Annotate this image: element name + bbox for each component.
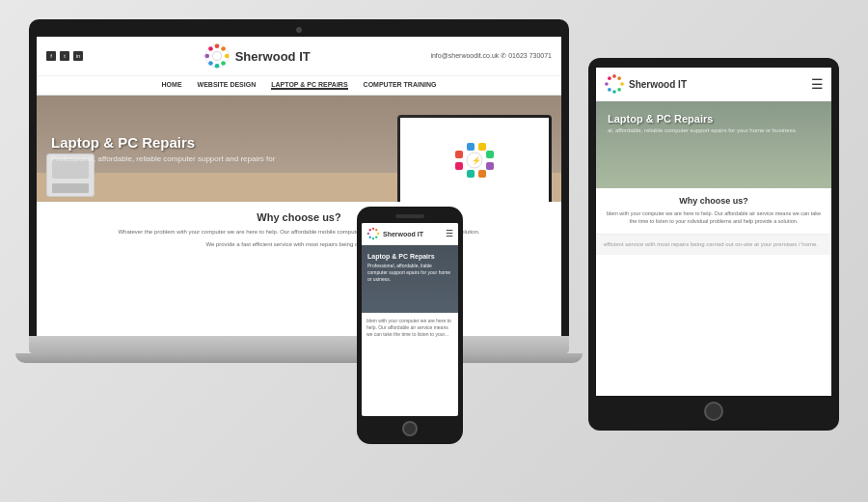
laptop-contact: info@sherwoodit.co.uk ✆ 01623 730071 [430, 52, 552, 60]
svg-point-33 [372, 237, 374, 239]
laptop-bottom [15, 353, 583, 363]
svg-point-28 [608, 76, 611, 80]
svg-rect-16 [478, 170, 486, 178]
phone-hamburger-icon[interactable]: ☰ [446, 229, 453, 238]
hero-laptop-screen: ⚡ [400, 118, 549, 202]
svg-rect-14 [486, 151, 494, 158]
sherwood-logo-icon [203, 42, 231, 70]
tablet-home-button[interactable] [704, 402, 723, 421]
phone-screen: Sherwood IT ☰ Laptop & PC Repairs Profes… [362, 223, 458, 416]
phone-outer: Sherwood IT ☰ Laptop & PC Repairs Profes… [357, 207, 463, 444]
laptop-why-text2: We provide a fast efficient service with… [46, 240, 552, 249]
svg-point-34 [369, 237, 371, 238]
svg-point-1 [214, 43, 219, 48]
facebook-icon: f [46, 51, 56, 61]
linkedin-icon: in [73, 51, 83, 61]
tablet-extra-text: efficient service with most repairs bein… [604, 240, 824, 250]
laptop-device: f t in [29, 19, 569, 363]
phone-logo-area: Sherwood IT [366, 227, 423, 240]
tablet-why-text: blem with your computer we are here to h… [604, 209, 824, 226]
laptop-hero: Laptop & PC Repairs Professional, afford… [37, 96, 561, 202]
tablet-why-title: Why choose us? [604, 196, 824, 206]
svg-point-27 [605, 82, 609, 86]
phone-site-title: Sherwood IT [383, 231, 423, 237]
hero-laptop-image: ⚡ [397, 115, 552, 202]
svg-point-31 [377, 233, 379, 235]
phone-home-button[interactable] [402, 421, 418, 436]
phone-sherwood-logo-icon [366, 227, 380, 240]
nav-repairs[interactable]: LAPTOP & PC REPAIRS [271, 81, 347, 90]
laptop-why-title: Why choose us? [46, 211, 552, 223]
svg-point-35 [367, 233, 369, 235]
tablet-device: Sherwood IT ☰ Laptop & PC Repairs al, af… [588, 58, 839, 431]
phone-speaker [395, 214, 424, 218]
laptop-why-text1: Whatever the problem with your computer … [46, 228, 552, 237]
svg-point-24 [617, 88, 621, 92]
tablet-extra-section: efficient service with most repairs bein… [596, 234, 831, 256]
svg-rect-11 [455, 151, 463, 158]
svg-point-21 [612, 74, 616, 78]
phone-body: blem with your computer we are here to h… [362, 313, 458, 343]
laptop-screen-outer: f t in [29, 19, 569, 336]
phone-header: Sherwood IT ☰ [362, 223, 458, 245]
svg-point-30 [375, 229, 377, 231]
laptop-site-title: Sherwood IT [235, 49, 311, 64]
hero-icons-svg: ⚡ [446, 131, 503, 189]
svg-point-29 [372, 228, 374, 230]
phone-hero-subtitle: Professional, affordable, liable compute… [367, 263, 452, 283]
tablet-header: Sherwood IT ☰ [596, 68, 831, 101]
laptop-site-header: f t in [37, 37, 561, 76]
tablet-hamburger-icon[interactable]: ☰ [811, 76, 824, 92]
svg-point-8 [208, 46, 213, 51]
svg-point-4 [221, 61, 226, 66]
tablet-site-title: Sherwood IT [629, 79, 687, 90]
svg-point-23 [620, 82, 624, 86]
nav-training[interactable]: COMPUTER TRAINING [364, 81, 437, 90]
svg-rect-18 [455, 162, 463, 170]
svg-point-9 [212, 51, 221, 60]
svg-rect-15 [486, 162, 494, 170]
nav-website-design[interactable]: WEBSITE DESIGN [198, 81, 257, 90]
tablet-sherwood-logo-icon [604, 73, 625, 95]
tablet-why: Why choose us? blem with your computer w… [596, 188, 831, 234]
tablet-hero-subtitle: al, affordable, reliable computer suppor… [608, 127, 820, 133]
tablet-logo-area: Sherwood IT [604, 73, 687, 95]
svg-point-25 [612, 90, 616, 94]
svg-point-7 [204, 54, 209, 59]
laptop-hero-text: Laptop & PC Repairs Professional, afford… [37, 125, 289, 173]
laptop-logo-area: Sherwood IT [203, 42, 311, 70]
phone-body-text: blem with your computer we are here to h… [366, 318, 453, 338]
svg-point-3 [225, 54, 230, 59]
svg-point-2 [221, 46, 226, 51]
tablet-screen: Sherwood IT ☰ Laptop & PC Repairs al, af… [596, 68, 831, 396]
laptop-why-section: Why choose us? Whatever the problem with… [37, 202, 561, 263]
phone-hero-title: Laptop & PC Repairs [367, 253, 452, 260]
social-icons: f t in [46, 51, 83, 61]
svg-rect-13 [478, 143, 486, 151]
scene: f t in [0, 0, 868, 502]
laptop-hero-subtitle: Professional, affordable, reliable compu… [51, 154, 275, 163]
svg-point-6 [208, 61, 213, 66]
laptop-screen: f t in [37, 37, 561, 336]
tablet-hero-text: Laptop & PC Repairs al, affordable, reli… [596, 101, 831, 145]
nav-home[interactable]: HOME [162, 81, 182, 90]
svg-point-32 [375, 237, 377, 238]
svg-rect-12 [467, 143, 475, 151]
laptop-base [29, 336, 569, 353]
svg-rect-17 [467, 170, 475, 178]
laptop-nav: HOME WEBSITE DESIGN LAPTOP & PC REPAIRS … [37, 76, 561, 96]
laptop-camera [296, 27, 302, 33]
tablet-outer: Sherwood IT ☰ Laptop & PC Repairs al, af… [588, 58, 839, 431]
svg-point-26 [608, 88, 611, 92]
svg-point-36 [369, 229, 371, 231]
tablet-hero: Laptop & PC Repairs al, affordable, reli… [596, 101, 831, 188]
svg-point-5 [214, 64, 219, 69]
phone-device: Sherwood IT ☰ Laptop & PC Repairs Profes… [357, 207, 463, 444]
phone-hero: Laptop & PC Repairs Professional, afford… [362, 245, 458, 313]
laptop-hero-title: Laptop & PC Repairs [51, 134, 275, 151]
svg-text:⚡: ⚡ [472, 155, 481, 165]
twitter-icon: t [60, 51, 69, 61]
svg-point-22 [617, 76, 621, 80]
tablet-hero-title: Laptop & PC Repairs [608, 113, 820, 125]
